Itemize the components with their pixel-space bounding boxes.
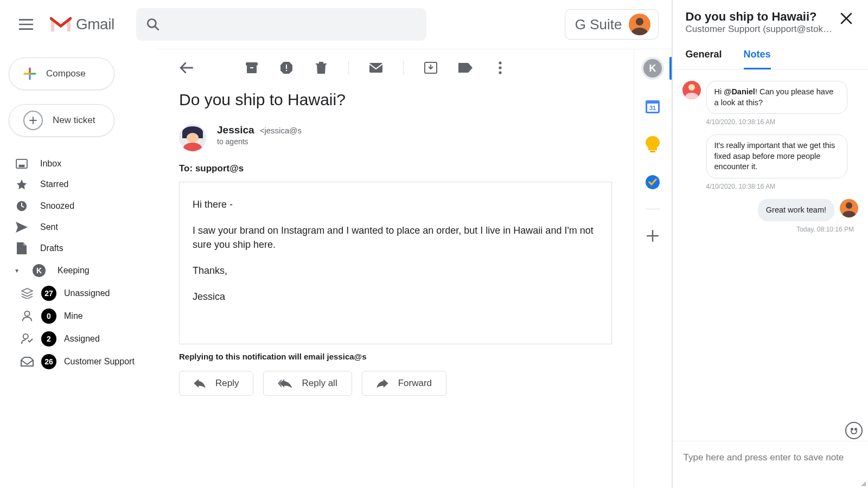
- nav-inbox-label: Inbox: [40, 159, 61, 169]
- svg-rect-3: [19, 165, 25, 168]
- reply-all-icon: [278, 379, 292, 388]
- account-avatar[interactable]: [629, 14, 650, 35]
- nav-inbox[interactable]: Inbox: [9, 154, 153, 174]
- nav-drafts[interactable]: Drafts: [9, 237, 153, 259]
- svg-rect-8: [247, 66, 257, 73]
- new-ticket-button[interactable]: New ticket: [9, 104, 114, 137]
- addon-tasks[interactable]: [641, 171, 664, 194]
- svg-rect-12: [369, 63, 382, 73]
- svg-point-5: [24, 311, 29, 316]
- sender-name: Jessica: [217, 124, 254, 136]
- svg-point-15: [499, 66, 501, 69]
- note-bubble: Hi @Daniel! Can you please have a look a…: [706, 81, 847, 114]
- new-ticket-label: New ticket: [53, 115, 95, 126]
- recipient-summary[interactable]: to agents: [217, 137, 302, 146]
- person-icon: [21, 310, 34, 322]
- clock-icon: [15, 200, 28, 212]
- compose-button[interactable]: Compose: [9, 57, 114, 90]
- nav-unassigned[interactable]: 27 Unassigned: [14, 282, 153, 305]
- file-icon: [15, 242, 28, 254]
- svg-point-14: [499, 61, 501, 64]
- forward-button[interactable]: Forward: [362, 371, 446, 396]
- sender-email: <jessica@s: [260, 126, 302, 135]
- svg-rect-20: [650, 151, 655, 152]
- mine-count-badge: 0: [41, 309, 56, 324]
- nav-sent[interactable]: Sent: [9, 217, 153, 237]
- star-icon: [15, 178, 28, 190]
- delete-icon[interactable]: [314, 60, 329, 75]
- reply-button[interactable]: Reply: [179, 371, 253, 396]
- reply-all-button[interactable]: Reply all: [263, 371, 352, 396]
- more-icon[interactable]: [493, 60, 508, 75]
- unassigned-count-badge: 27: [41, 286, 56, 301]
- addon-keeping[interactable]: K: [641, 57, 664, 80]
- svg-rect-7: [246, 62, 258, 66]
- panel-title: Do you ship to Hawaii?: [686, 10, 832, 24]
- nav-snoozed[interactable]: Snoozed: [9, 195, 153, 217]
- tab-general[interactable]: General: [686, 49, 722, 69]
- tab-notes[interactable]: Notes: [744, 49, 771, 69]
- gsuite-badge[interactable]: G Suite: [565, 9, 659, 40]
- customer-support-count-badge: 26: [41, 354, 56, 369]
- nav-starred[interactable]: Starred: [9, 174, 153, 195]
- move-to-icon[interactable]: [423, 60, 438, 75]
- body-line: Thanks,: [193, 264, 598, 278]
- svg-point-16: [499, 71, 501, 74]
- body-line: Jessica: [193, 290, 598, 304]
- addon-get-addons[interactable]: [641, 224, 664, 247]
- note-timestamp: 4/10/2020, 10:38:16 AM: [706, 183, 858, 190]
- compose-label: Compose: [46, 68, 86, 79]
- svg-rect-10: [286, 65, 287, 69]
- svg-text:31: 31: [649, 105, 656, 111]
- back-icon[interactable]: [179, 60, 194, 75]
- labels-icon[interactable]: [458, 60, 473, 75]
- archive-icon[interactable]: [244, 60, 259, 75]
- nav-unassigned-label: Unassigned: [64, 288, 110, 298]
- plus-circle-icon: [23, 111, 43, 130]
- body-line: I saw your brand on Instagram and I want…: [193, 223, 598, 252]
- addon-keep[interactable]: [641, 133, 664, 156]
- svg-point-6: [23, 334, 28, 339]
- note-author-avatar: [682, 81, 701, 99]
- send-icon: [15, 222, 28, 233]
- nav-customer-support[interactable]: 26 Customer Support: [14, 350, 153, 373]
- nav-drafts-label: Drafts: [40, 243, 63, 253]
- nav-keeping-label: Keeping: [58, 266, 90, 275]
- forward-label: Forward: [398, 378, 432, 389]
- inbox-icon: [15, 159, 28, 169]
- email-subject: Do you ship to Hawaii?: [179, 91, 612, 109]
- note-mention[interactable]: @Daniel: [724, 87, 755, 96]
- search-icon: [146, 17, 160, 31]
- report-spam-icon[interactable]: [279, 60, 294, 75]
- gmail-logo: Gmail: [50, 16, 114, 33]
- search-input[interactable]: [136, 8, 426, 41]
- mark-unread-icon[interactable]: [368, 60, 384, 75]
- emoji-picker-icon[interactable]: [845, 422, 863, 439]
- nav-customer-support-label: Customer Support: [64, 357, 135, 367]
- note-input[interactable]: [684, 452, 857, 478]
- resize-grip-icon[interactable]: ◢: [861, 479, 866, 487]
- mailbox-icon: [21, 357, 34, 367]
- reply-label: Reply: [215, 378, 239, 389]
- addon-calendar[interactable]: 31: [641, 95, 664, 118]
- reply-icon: [194, 379, 206, 388]
- nav-keeping[interactable]: ▾ K Keeping: [9, 259, 153, 282]
- nav-assigned-label: Assigned: [64, 334, 100, 344]
- nav-mine[interactable]: 0 Mine: [14, 305, 153, 328]
- hamburger-menu-icon[interactable]: [13, 11, 39, 37]
- nav-mine-label: Mine: [64, 311, 83, 321]
- gsuite-label: G Suite: [575, 16, 622, 33]
- nav-snoozed-label: Snoozed: [40, 201, 74, 211]
- svg-rect-9: [250, 67, 253, 68]
- close-icon[interactable]: [838, 10, 855, 27]
- note-text-prefix: Hi: [714, 87, 724, 96]
- note-author-avatar: [840, 199, 858, 217]
- panel-subtitle: Customer Support (support@stok…: [686, 24, 832, 35]
- reply-all-label: Reply all: [302, 378, 337, 389]
- nav-assigned[interactable]: 2 Assigned: [14, 328, 153, 350]
- person-check-icon: [21, 333, 34, 345]
- keeping-logo-icon: K: [33, 264, 46, 277]
- toolbar-divider: [348, 61, 349, 75]
- body-line: Hi there -: [193, 197, 598, 211]
- note-bubble: It's really important that we get this f…: [706, 134, 847, 178]
